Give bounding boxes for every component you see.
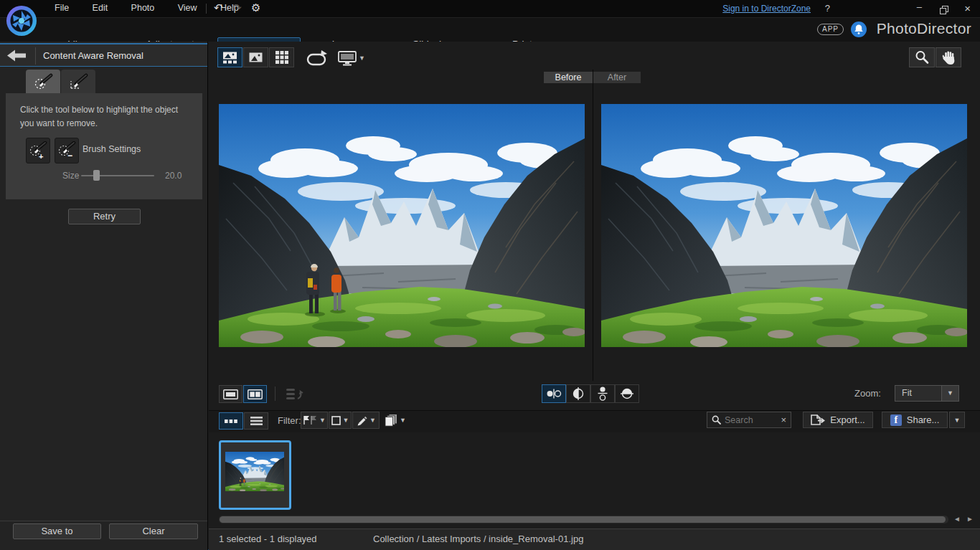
pencil-icon xyxy=(356,414,367,426)
thumbnail-view-button[interactable] xyxy=(219,412,243,430)
export-button[interactable]: Export... xyxy=(803,412,873,428)
compare-side-by-side-button[interactable] xyxy=(542,384,566,403)
view-mode-viewer-button[interactable] xyxy=(243,47,268,67)
flag-filter-dropdown-arrow[interactable]: ▼ xyxy=(319,417,326,424)
share-button[interactable]: f Share... xyxy=(882,412,948,428)
zoom-tool-button[interactable] xyxy=(909,47,935,67)
minimize-button[interactable]: – xyxy=(910,1,928,12)
search-box[interactable]: × xyxy=(707,412,791,428)
zoom-level-dropdown[interactable]: Fit ▼ xyxy=(895,385,959,402)
panel-header: Content Aware Removal xyxy=(0,43,207,67)
notification-bell-icon[interactable] xyxy=(851,22,867,37)
stack-dropdown-arrow[interactable]: ▼ xyxy=(400,417,406,424)
stack-icon xyxy=(385,414,397,427)
instruction-text: Click the tool below to highlight the ob… xyxy=(20,103,191,130)
clear-button[interactable]: Clear xyxy=(109,523,198,539)
settings-gear-icon[interactable]: ⚙ xyxy=(251,1,260,14)
split-view-button[interactable] xyxy=(243,385,267,403)
compare-split-top-bottom-button[interactable] xyxy=(615,384,639,403)
thumbnail-image xyxy=(225,452,284,491)
back-button[interactable] xyxy=(7,49,26,65)
thumbnail-scrollbar-thumb[interactable] xyxy=(220,516,946,523)
menu-photo[interactable]: Photo xyxy=(121,0,165,16)
search-icon xyxy=(712,415,721,425)
restore-icon xyxy=(940,6,948,14)
menu-file[interactable]: File xyxy=(44,0,79,16)
menu-edit[interactable]: Edit xyxy=(83,0,118,16)
monitor-dropdown-arrow[interactable]: ▼ xyxy=(359,54,365,62)
browser-view-icon xyxy=(222,52,237,64)
color-label-icon xyxy=(331,416,341,425)
view-mode-grid-button[interactable] xyxy=(269,47,294,67)
zoom-dropdown-arrow[interactable]: ▼ xyxy=(941,386,958,401)
size-slider-thumb[interactable] xyxy=(93,170,100,181)
flag-filter-button[interactable]: ▼ xyxy=(301,412,328,429)
brush-settings-label: Brush Settings xyxy=(83,144,141,154)
tab-eraser-brush[interactable] xyxy=(61,70,95,93)
hand-icon xyxy=(942,50,956,65)
brand-title: PhotoDirector xyxy=(877,20,971,37)
tab-removal-brush[interactable] xyxy=(26,70,60,93)
share-dropdown-button[interactable]: ▼ xyxy=(949,412,965,428)
single-pane-icon xyxy=(223,389,238,399)
apply-adjustments-button[interactable] xyxy=(282,385,306,403)
save-to-button[interactable]: Save to xyxy=(13,523,101,539)
thumbnail-scrollbar-track[interactable] xyxy=(219,516,948,523)
size-value: 20.0 xyxy=(165,171,182,181)
app-badge[interactable]: APP xyxy=(817,24,844,35)
restore-button[interactable] xyxy=(940,4,948,17)
color-label-filter-button[interactable]: ▼ xyxy=(329,412,352,429)
compare-top-bottom-button[interactable] xyxy=(590,384,615,403)
rotate-photo-button[interactable] xyxy=(303,49,331,67)
photo-thumbnail-selected[interactable] xyxy=(219,440,291,510)
svg-text:+: + xyxy=(39,152,43,160)
brush-settings-section: Click the tool below to highlight the ob… xyxy=(6,93,202,199)
scroll-left-arrow[interactable]: ◄ xyxy=(953,515,961,523)
undo-icon[interactable]: ↶ xyxy=(214,1,223,14)
after-label[interactable]: After xyxy=(593,72,641,83)
stack-options-button[interactable]: ▼ xyxy=(383,412,407,429)
clear-search-icon[interactable]: × xyxy=(781,414,786,425)
redo-icon[interactable]: ↷ xyxy=(232,1,242,14)
header-separator xyxy=(35,47,36,65)
color-filter-dropdown-arrow[interactable]: ▼ xyxy=(343,417,349,424)
search-input[interactable] xyxy=(725,415,781,425)
before-label[interactable]: Before xyxy=(544,72,593,83)
photo-path: Collection / Latest Imports / inside_Rem… xyxy=(373,534,583,544)
menu-view[interactable]: View xyxy=(168,0,207,16)
back-arrow-icon xyxy=(7,49,26,62)
single-view-button[interactable] xyxy=(219,385,242,403)
close-button[interactable]: × xyxy=(958,2,977,14)
size-slider-track[interactable] xyxy=(81,175,154,176)
single-view-icon xyxy=(249,52,263,62)
photodirector-logo xyxy=(5,4,38,37)
signin-directorzone-link[interactable]: Sign in to DirectorZone xyxy=(722,4,811,14)
pan-tool-button[interactable] xyxy=(936,47,961,67)
brush-plus-icon: + xyxy=(28,141,48,160)
add-brush-button[interactable]: + xyxy=(26,138,50,163)
scroll-right-arrow[interactable]: ► xyxy=(966,515,974,523)
view-mode-browser-button[interactable] xyxy=(217,47,242,67)
controls-separator xyxy=(275,387,275,401)
share-label: Share... xyxy=(907,414,940,425)
list-icon xyxy=(250,417,263,425)
bell-icon xyxy=(851,22,867,37)
rotate-icon xyxy=(306,49,329,67)
list-view-button[interactable] xyxy=(244,412,268,430)
view-on-monitor-button[interactable]: ▼ xyxy=(336,49,367,67)
help-icon[interactable]: ? xyxy=(819,3,837,14)
menu-separator xyxy=(206,4,207,14)
photodirector-window: File Edit Photo View Help ↶ ↷ ⚙ Sign in … xyxy=(0,0,980,550)
retry-button[interactable]: Retry xyxy=(68,209,141,224)
subtract-brush-button[interactable]: − xyxy=(55,138,79,163)
after-photo-preview[interactable] xyxy=(601,104,967,347)
grid-view-icon xyxy=(275,51,288,64)
split-pane-icon xyxy=(248,389,263,399)
zoom-value: Fit xyxy=(902,388,912,398)
adjusted-filter-button[interactable]: ▼ xyxy=(352,412,380,429)
before-photo-canvas[interactable] xyxy=(219,104,585,347)
flags-icon xyxy=(303,415,317,425)
compare-split-left-right-button[interactable] xyxy=(566,384,590,403)
adjusted-filter-dropdown-arrow[interactable]: ▼ xyxy=(369,417,376,424)
content-aware-removal-panel: Content Aware Removal Click the tool bel… xyxy=(0,42,208,550)
